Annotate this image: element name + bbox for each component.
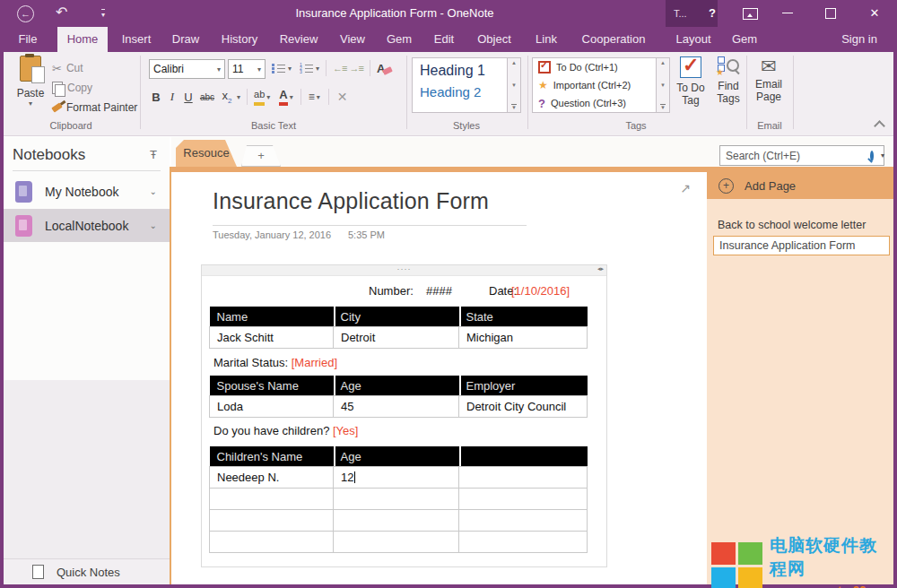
table-row: Needeep N. 12: [210, 467, 588, 489]
font-size-combobox[interactable]: 11▾: [228, 59, 266, 79]
italic-button[interactable]: I: [165, 90, 179, 104]
format-painter-button[interactable]: Format Painter: [52, 99, 137, 117]
style-heading1[interactable]: Heading 1: [413, 58, 507, 81]
number-value[interactable]: ####: [426, 284, 452, 298]
search-icon[interactable]: [870, 151, 874, 161]
font-color-button[interactable]: A: [279, 88, 287, 106]
styles-gallery-scroll[interactable]: ▲▼▼: [508, 57, 521, 113]
tab-draw[interactable]: Draw: [163, 27, 208, 52]
paste-dropdown-icon: ▾: [29, 99, 32, 108]
cut-button[interactable]: ✂ Cut: [52, 59, 83, 77]
tab-edit[interactable]: Edit: [423, 27, 465, 52]
resize-arrows-icon[interactable]: ◂▸: [597, 265, 604, 272]
tab-layout-contextual[interactable]: Layout: [669, 27, 718, 52]
notebook-item-localnotebook[interactable]: LocalNotebook ⌄: [4, 209, 170, 242]
tab-file[interactable]: File: [7, 27, 48, 52]
copy-button[interactable]: Copy: [52, 79, 92, 97]
tab-insert[interactable]: Insert: [113, 27, 160, 52]
full-page-view-icon[interactable]: ↗: [680, 181, 691, 195]
ribbon-display-options-icon[interactable]: [743, 8, 758, 20]
chevron-down-icon[interactable]: ⌄: [150, 186, 157, 196]
style-heading2[interactable]: Heading 2: [413, 81, 507, 103]
page-item-insurance-application-form-selected[interactable]: Insurance Application Form: [713, 236, 890, 255]
cell-state[interactable]: Michigan: [459, 327, 588, 349]
tag-important[interactable]: ★ Important (Ctrl+2): [533, 76, 656, 94]
scroll-down-icon: ▼: [660, 82, 666, 88]
quick-notes-button[interactable]: Quick Notes: [4, 558, 170, 584]
find-tags-button[interactable]: ★ Find Tags: [710, 56, 746, 105]
tab-review[interactable]: Review: [271, 27, 327, 52]
children-question-value[interactable]: [Yes]: [333, 424, 358, 437]
cell-empty[interactable]: [459, 467, 588, 489]
pin-icon[interactable]: Ŧ: [150, 148, 157, 161]
tags-gallery-scroll[interactable]: ▲▼▼: [657, 57, 670, 113]
sign-in-link[interactable]: Sign in: [832, 27, 886, 52]
maximize-icon[interactable]: [825, 8, 836, 19]
bullet-list-icon[interactable]: [272, 63, 285, 74]
watermark: 电脑软硬件教程网 www.computer26.com: [711, 534, 893, 588]
tab-view[interactable]: View: [330, 27, 375, 52]
cell-child-name[interactable]: Needeep N.: [210, 467, 334, 489]
highlight-button[interactable]: ab: [254, 89, 265, 106]
tags-gallery: To Do (Ctrl+1) ★ Important (Ctrl+2) ? Qu…: [532, 57, 657, 113]
children-table[interactable]: Children's Name Age Needeep N. 12: [209, 446, 588, 553]
date-value[interactable]: [1/10/2016]: [511, 284, 570, 298]
spouse-table[interactable]: Spouse's Name Age Employer Loda 45 Detro…: [209, 376, 588, 418]
paste-button[interactable]: Paste ▾: [11, 56, 50, 108]
cell-child-age[interactable]: 12: [334, 467, 459, 489]
increase-indent-icon[interactable]: →≡: [349, 63, 362, 74]
search-box[interactable]: ▾: [719, 145, 884, 166]
page-title[interactable]: Insurance Application Form: [213, 188, 489, 214]
star-icon: ★: [538, 79, 548, 91]
strikethrough-button[interactable]: abc: [197, 92, 217, 102]
email-page-button[interactable]: ✉ Email Page: [751, 56, 787, 103]
tab-gem[interactable]: Gem: [379, 27, 420, 52]
collapse-ribbon-icon[interactable]: [874, 120, 885, 132]
bold-button[interactable]: B: [149, 91, 163, 104]
minimize-icon[interactable]: [782, 13, 793, 13]
column-header: Age: [334, 376, 459, 396]
tag-question[interactable]: ? Question (Ctrl+3): [533, 94, 656, 112]
tab-home[interactable]: Home: [57, 27, 108, 52]
tag-todo[interactable]: To Do (Ctrl+1): [533, 58, 656, 76]
underline-button[interactable]: U: [181, 91, 196, 104]
applicant-table[interactable]: Name City State Jack Schitt Detroit Mich…: [209, 307, 588, 349]
cell-spouse-age[interactable]: 45: [334, 396, 459, 418]
section-tab-resouce[interactable]: Resouce: [176, 140, 237, 167]
page-item-back-to-school[interactable]: Back to school welcome letter: [718, 219, 866, 231]
children-question-line[interactable]: Do you have children? [Yes]: [213, 424, 358, 437]
cell-city[interactable]: Detroit: [334, 327, 459, 349]
tab-history[interactable]: History: [212, 27, 267, 52]
delete-icon[interactable]: ✕: [337, 90, 348, 104]
clear-formatting-icon[interactable]: A: [377, 62, 385, 75]
column-header: Employer: [459, 376, 588, 396]
marital-status-value[interactable]: [Married]: [292, 356, 337, 369]
page-canvas[interactable]: ↗ Insurance Application Form Tuesday, Ja…: [171, 172, 707, 584]
close-icon[interactable]: ✕: [863, 0, 886, 27]
paragraph-alignment-icon[interactable]: ≡: [309, 91, 315, 103]
todo-tag-button[interactable]: To Do Tag: [673, 56, 709, 107]
new-section-tab[interactable]: +: [241, 145, 281, 167]
font-name-combobox[interactable]: Calibri▾: [149, 59, 225, 79]
chevron-down-icon[interactable]: ⌄: [150, 220, 157, 230]
marital-status-line[interactable]: Marital Status: [Married]: [213, 356, 337, 369]
numbered-list-icon[interactable]: [300, 63, 313, 74]
help-icon[interactable]: ?: [701, 0, 723, 27]
scroll-up-icon: ▲: [660, 60, 666, 65]
cell-spouse-name[interactable]: Loda: [210, 396, 334, 418]
tab-link[interactable]: Link: [524, 27, 569, 52]
question-mark-icon: ?: [538, 97, 545, 110]
note-container-handle[interactable]: ···· ◂▸: [202, 265, 606, 276]
notebook-item-my-notebook[interactable]: My Notebook ⌄: [4, 175, 170, 208]
tab-gem-contextual[interactable]: Gem: [721, 27, 768, 52]
cell-spouse-employer[interactable]: Detroit City Council: [459, 396, 588, 418]
tab-object[interactable]: Object: [468, 27, 520, 52]
search-scope-dropdown-icon[interactable]: ▾: [881, 151, 884, 160]
note-container[interactable]: ···· ◂▸ Number: #### Date: [1/10/2016] N…: [201, 264, 607, 567]
subscript-button[interactable]: x2: [219, 89, 235, 105]
search-input[interactable]: [720, 150, 870, 162]
add-page-button[interactable]: + Add Page: [707, 172, 893, 199]
tab-cooperation[interactable]: Cooperation: [572, 27, 655, 52]
decrease-indent-icon[interactable]: ←≡: [333, 63, 346, 74]
cell-name[interactable]: Jack Schitt: [210, 327, 334, 349]
